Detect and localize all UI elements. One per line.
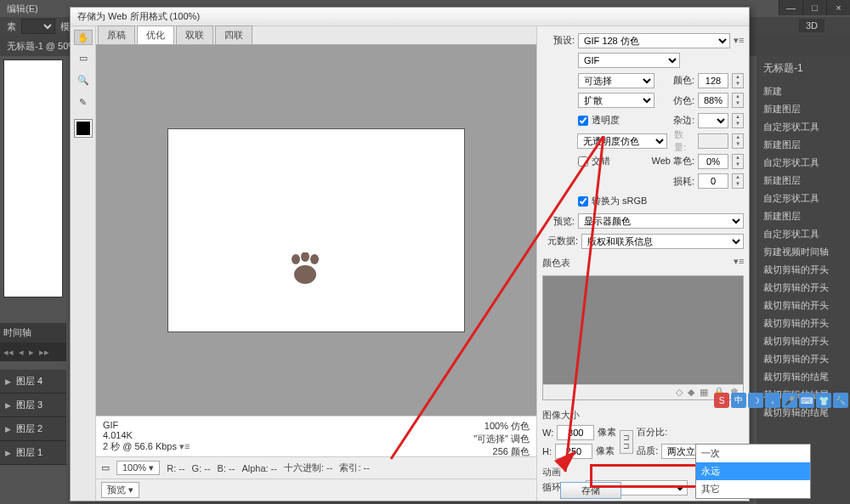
history-item[interactable]: 剪建视频时间轴	[756, 243, 850, 261]
link-dimensions-icon[interactable]: ⊐⊐	[620, 430, 633, 454]
zoom-out-icon[interactable]: ▭	[101, 462, 110, 473]
tl-prev-icon[interactable]: ◂	[19, 347, 24, 358]
history-item[interactable]: 裁切剪辑的开头	[756, 261, 850, 279]
window-close[interactable]: ×	[826, 0, 850, 15]
ime-skin-icon[interactable]: 👕	[816, 393, 831, 408]
metadata-select[interactable]: 版权和联系信息	[581, 234, 744, 249]
lossy-spinner[interactable]: ▲▼	[732, 173, 744, 189]
layer-row[interactable]: ▶图层 4	[0, 370, 66, 394]
menu-edit[interactable]: 编辑(E)	[7, 3, 38, 15]
ct-icon[interactable]: ◆	[688, 387, 694, 398]
preview-canvas[interactable]	[96, 45, 536, 416]
matte-spinner[interactable]: ▲▼	[732, 113, 744, 128]
slice-select-tool-icon[interactable]: ▭	[74, 48, 93, 67]
dither-spinner[interactable]: ▲▼	[732, 93, 744, 108]
timeline-controls[interactable]: ◂◂ ◂ ▸ ▸▸	[0, 343, 66, 361]
save-button[interactable]: 存储	[560, 482, 621, 499]
websnap-input[interactable]	[698, 154, 728, 169]
preview-select[interactable]: 显示器颜色	[578, 213, 744, 229]
loop-option-once[interactable]: 一次	[696, 445, 810, 462]
format-select[interactable]: GIF	[578, 53, 680, 68]
document-canvas[interactable]	[3, 59, 63, 297]
svg-point-3	[294, 265, 316, 284]
options-select-a[interactable]	[21, 19, 55, 34]
matte-select[interactable]	[698, 113, 728, 128]
height-input[interactable]	[555, 444, 592, 459]
history-item[interactable]: 新建图层	[756, 207, 850, 225]
websnap-label: Web 靠色:	[651, 155, 694, 167]
history-item[interactable]: 新建图层	[756, 136, 850, 154]
interlaced-checkbox[interactable]	[578, 156, 588, 167]
chevron-right-icon: ▶	[5, 377, 11, 386]
colors-input[interactable]	[698, 73, 728, 88]
layer-row[interactable]: ▶图层 3	[0, 394, 66, 417]
zoom-tool-icon[interactable]: 🔍	[74, 71, 93, 89]
history-item[interactable]: 裁切剪辑的开头	[756, 332, 850, 350]
loop-options-dropdown[interactable]: 一次 永远 其它	[695, 444, 811, 499]
zoom-select[interactable]: 100% ▾	[116, 461, 160, 475]
history-item[interactable]: 裁切剪辑的开头	[756, 279, 850, 297]
history-item[interactable]: 新建图层	[756, 172, 850, 190]
history-item[interactable]: 自定形状工具	[756, 225, 850, 243]
srgb-checkbox[interactable]	[578, 196, 588, 207]
ime-punct-icon[interactable]: ，	[765, 393, 780, 408]
tl-first-icon[interactable]: ◂◂	[3, 347, 14, 358]
ct-icon[interactable]: ▦	[700, 387, 708, 398]
window-maximize[interactable]: □	[802, 0, 826, 15]
history-item[interactable]: 自定形状工具	[756, 190, 850, 207]
info-format: GIF	[103, 420, 190, 430]
amount-spinner: ▲▼	[732, 133, 744, 149]
preview-browser-button[interactable]: 预览 ▾	[101, 482, 139, 498]
ime-logo-icon[interactable]: S	[714, 393, 729, 408]
lossy-input[interactable]	[698, 173, 728, 189]
websnap-spinner[interactable]: ▲▼	[732, 154, 744, 169]
loop-option-other[interactable]: 其它	[696, 480, 810, 498]
preset-flyout-icon[interactable]: ▾≡	[734, 35, 744, 46]
lossy-label: 损耗:	[673, 175, 694, 188]
history-item[interactable]: 裁切剪辑的开头	[756, 314, 850, 332]
ime-moon-icon[interactable]: ☽	[748, 393, 763, 408]
save-for-web-dialog: 存储为 Web 所用格式 (100%) ✋ ▭ 🔍 ✎ 原稿 优化 双联 四联	[70, 7, 750, 501]
hand-tool-icon[interactable]: ✋	[74, 30, 93, 45]
tl-play-icon[interactable]: ▸	[29, 347, 34, 358]
history-item[interactable]: 裁切剪辑的开头	[756, 350, 850, 368]
width-input[interactable]	[557, 425, 594, 440]
history-item[interactable]: 自定形状工具	[756, 154, 850, 172]
window-minimize[interactable]: —	[779, 0, 802, 15]
history-item[interactable]: 自定形状工具	[756, 118, 850, 136]
tab-optimized[interactable]: 优化	[137, 25, 174, 44]
eyedropper-tool-icon[interactable]: ✎	[74, 93, 93, 111]
history-item[interactable]: 裁切剪辑的结尾	[756, 368, 850, 386]
timeline-panel-label[interactable]: 时间轴	[0, 323, 66, 343]
dither-method-select[interactable]: 扩散	[578, 93, 654, 108]
tab-original[interactable]: 原稿	[98, 25, 135, 44]
transparency-dither-select[interactable]: 无透明度仿色	[577, 133, 667, 149]
color-table[interactable]: ◇ ◆ ▦ 🔒 🗑	[542, 275, 744, 400]
transparency-label: 透明度	[592, 114, 620, 127]
history-item[interactable]: 新建图层	[756, 100, 850, 118]
tl-next-icon[interactable]: ▸▸	[39, 347, 49, 358]
ime-toolbar[interactable]: S 中 ☽ ， 🎤 ⌨ 👕 🔧	[714, 393, 848, 408]
percent-label: 百分比:	[637, 426, 667, 439]
layer-row[interactable]: ▶图层 2	[0, 417, 66, 441]
colors-spinner[interactable]: ▲▼	[732, 73, 744, 88]
loop-option-forever[interactable]: 永远	[696, 462, 810, 480]
ime-keyboard-icon[interactable]: ⌨	[799, 393, 814, 408]
tab-4up[interactable]: 四联	[215, 25, 252, 44]
ime-lang-icon[interactable]: 中	[731, 393, 746, 408]
transparency-checkbox[interactable]	[578, 116, 588, 126]
flyout-menu-icon[interactable]: ▾≡	[179, 441, 190, 451]
history-item[interactable]: 新建	[756, 82, 850, 100]
dither-input[interactable]	[698, 93, 728, 108]
ime-tool-icon[interactable]: 🔧	[833, 393, 848, 408]
layer-row[interactable]: ▶图层 1	[0, 441, 66, 465]
tab-3d[interactable]: 3D	[799, 19, 824, 32]
eyedropper-color-swatch[interactable]	[75, 120, 92, 137]
preset-select[interactable]: GIF 128 仿色	[578, 33, 730, 48]
history-item[interactable]: 裁切剪辑的开头	[756, 297, 850, 314]
ime-mic-icon[interactable]: 🎤	[782, 393, 797, 408]
colortable-flyout-icon[interactable]: ▾≡	[734, 256, 744, 267]
ct-icon[interactable]: ◇	[676, 387, 683, 398]
tab-2up[interactable]: 双联	[176, 25, 213, 44]
reduction-select[interactable]: 可选择	[578, 73, 654, 88]
